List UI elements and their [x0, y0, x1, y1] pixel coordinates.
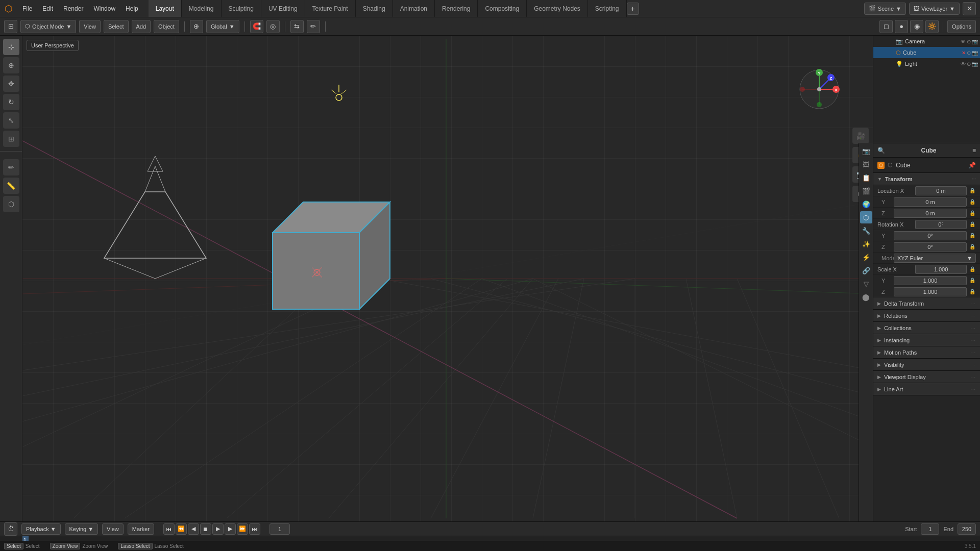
navigation-gizmo[interactable]: Y X Z [796, 66, 842, 112]
rotation-y-field[interactable]: 0° [894, 231, 967, 240]
view-layer-props-icon[interactable]: 📋 [860, 171, 872, 184]
viewlayer-selector[interactable]: 🖼 ViewLayer ▼ [909, 3, 960, 15]
view-menu[interactable]: View [79, 20, 101, 33]
tab-uv-editing[interactable]: UV Editing [261, 0, 305, 17]
tab-shading[interactable]: Shading [356, 0, 393, 17]
zoom-camera-button[interactable]: 🎥 [852, 128, 869, 144]
outliner-cube-item[interactable]: ⬡ Cube ✕ ⊙ 📷 [873, 47, 980, 58]
mirror-tool[interactable]: ⇆ [290, 20, 304, 33]
particles-props-icon[interactable]: ✨ [860, 238, 872, 250]
relations-section[interactable]: ▶ Relations ··· [873, 310, 980, 322]
scene-selector[interactable]: 🎬 Scene ▼ [864, 3, 906, 15]
scale-z-lock[interactable]: 🔒 [969, 289, 976, 294]
view-menu-timeline[interactable]: View [102, 523, 124, 535]
material-props-icon[interactable]: ⬤ [860, 291, 872, 303]
menu-window[interactable]: Window [88, 0, 120, 17]
motion-paths-options[interactable]: ··· [970, 350, 976, 355]
location-y-field[interactable]: 0 m [894, 197, 967, 207]
scene-props-icon[interactable]: 🎬 [860, 185, 872, 197]
rotation-x-lock[interactable]: 🔒 [969, 221, 976, 227]
tab-rendering[interactable]: Rendering [435, 0, 478, 17]
cube-ren-icon[interactable]: 📷 [972, 50, 978, 56]
rendered-shading-btn[interactable]: 🔆 [925, 20, 939, 33]
jump-start-button[interactable]: ⏮ [163, 523, 175, 535]
tab-animation[interactable]: Animation [393, 0, 435, 17]
line-art-section[interactable]: ▶ Line Art ··· [873, 383, 980, 395]
light-sel-icon[interactable]: ⊙ [967, 61, 971, 67]
scale-y-field[interactable]: 1.000 [894, 276, 967, 285]
scale-y-lock[interactable]: 🔒 [969, 278, 976, 283]
tool-select[interactable]: ⊹ [3, 39, 19, 55]
rotation-y-lock[interactable]: 🔒 [969, 233, 976, 238]
location-y-lock[interactable]: 🔒 [969, 199, 976, 205]
motion-paths-section[interactable]: ▶ Motion Paths ··· [873, 346, 980, 359]
rotation-mode-selector[interactable]: XYZ Euler ▼ [894, 254, 976, 263]
cube-sel-icon[interactable]: ⊙ [967, 50, 971, 56]
prev-frame-button[interactable]: ◀ [188, 523, 199, 535]
relations-options[interactable]: ··· [970, 313, 976, 318]
tool-measure[interactable]: 📏 [3, 178, 19, 194]
rotation-z-field[interactable]: 0° [894, 242, 967, 252]
menu-help[interactable]: Help [120, 0, 143, 17]
editor-type-button[interactable]: ⊞ [4, 20, 17, 33]
object-props-icon[interactable]: ⬡ [860, 211, 872, 223]
cam-ren-icon[interactable]: 📷 [972, 39, 978, 44]
collections-section[interactable]: ▶ Collections ··· [873, 322, 980, 334]
snap-toggle[interactable]: 🧲 [250, 20, 263, 33]
select-menu[interactable]: Select [104, 20, 129, 33]
solid-shading-btn[interactable]: ● [895, 20, 908, 33]
world-props-icon[interactable]: 🌍 [860, 198, 872, 210]
delta-transform-section[interactable]: ▶ Delta Transform ··· [873, 297, 980, 310]
transform-options[interactable]: ··· [972, 177, 976, 182]
add-menu[interactable]: Add [132, 20, 151, 33]
tool-move[interactable]: ✥ [3, 76, 19, 92]
light-vis-icon[interactable]: 👁 [961, 61, 966, 67]
window-controls[interactable]: ✕ [963, 2, 976, 15]
stop-button[interactable]: ⏹ [200, 523, 211, 535]
transform-section-header[interactable]: ▼ Transform ··· [873, 173, 980, 185]
instancing-section[interactable]: ▶ Instancing ··· [873, 334, 980, 346]
tab-modeling[interactable]: Modeling [182, 0, 222, 17]
tab-texture-paint[interactable]: Texture Paint [305, 0, 356, 17]
visibility-section[interactable]: ▶ Visibility ··· [873, 359, 980, 371]
location-z-field[interactable]: 0 m [894, 209, 967, 218]
outliner-camera-item[interactable]: 📷 Camera 👁 ⊙ 📷 [873, 36, 980, 47]
viewport-display-section[interactable]: ▶ Viewport Display ··· [873, 371, 980, 383]
next-frame-button[interactable]: ▶ [225, 523, 236, 535]
add-workspace-button[interactable]: + [627, 3, 639, 15]
material-shading-btn[interactable]: ◉ [910, 20, 923, 33]
tool-add-cube[interactable]: ⬡ [3, 196, 19, 212]
scale-z-field[interactable]: 1.000 [894, 287, 967, 296]
object-menu[interactable]: Object [154, 20, 179, 33]
options-button[interactable]: Options [947, 20, 976, 33]
viewport-3d[interactable]: User Perspective Y X Z [22, 36, 873, 521]
tool-rotate[interactable]: ↻ [3, 94, 19, 110]
jump-end-button[interactable]: ⏭ [249, 523, 260, 535]
prev-keyframe-button[interactable]: ⏪ [176, 523, 187, 535]
output-props-icon[interactable]: 🖼 [860, 158, 872, 170]
next-keyframe-button[interactable]: ⏩ [237, 523, 248, 535]
marker-menu[interactable]: Marker [128, 523, 154, 535]
visibility-options[interactable]: ··· [970, 362, 976, 367]
tool-cursor[interactable]: ⊕ [3, 57, 19, 73]
physics-props-icon[interactable]: ⚡ [860, 251, 872, 263]
light-ren-icon[interactable]: 📷 [972, 61, 978, 67]
tool-scale[interactable]: ⤡ [3, 112, 19, 129]
scale-x-field[interactable]: 1.000 [915, 265, 967, 274]
timeline-editor-type[interactable]: ⏱ [4, 522, 17, 536]
rotation-z-lock[interactable]: 🔒 [969, 244, 976, 249]
modifier-props-icon[interactable]: 🔧 [860, 224, 872, 237]
tab-sculpting[interactable]: Sculpting [222, 0, 261, 17]
collections-options[interactable]: ··· [970, 325, 976, 331]
cube-vis-icon[interactable]: ✕ [962, 50, 966, 56]
instancing-options[interactable]: ··· [970, 338, 976, 343]
start-frame-field[interactable]: 1 [921, 523, 939, 535]
object-mode-selector[interactable]: ⬡ Object Mode ▼ [20, 20, 76, 33]
props-pin-icon[interactable]: 📌 [968, 162, 976, 169]
render-props-icon[interactable]: 📷 [860, 145, 872, 157]
play-button[interactable]: ▶ [212, 523, 224, 535]
rotation-x-field[interactable]: 0° [915, 220, 967, 229]
location-x-lock[interactable]: 🔒 [969, 188, 976, 193]
end-frame-field[interactable]: 250 [958, 523, 976, 535]
tool-annotate[interactable]: ✏ [3, 159, 19, 176]
